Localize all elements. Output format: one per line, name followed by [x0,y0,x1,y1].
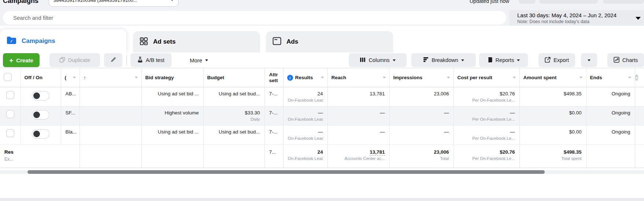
refresh-icon [524,0,530,1]
campaign-toggle[interactable] [32,110,49,120]
export-options-button[interactable] [581,53,597,67]
plus-icon: + [9,57,13,64]
header-name-partial[interactable]: ( [61,68,79,87]
header-ends[interactable]: Ends [586,68,635,87]
more-button[interactable]: More [183,53,215,67]
header-amount-spent[interactable]: Amount spent [519,68,586,87]
toolbar: + Create Duplicate A/B test More [0,52,644,68]
horizontal-scrollbar [0,169,644,175]
row-checkbox[interactable] [6,129,14,137]
updated-status: Updated just now [470,0,509,4]
header-results[interactable]: iResults [283,68,327,87]
info-icon[interactable]: i [287,75,293,81]
cost-per-result-cell: —Per On-Facebook Le... [454,106,519,125]
date-range-note: Note: Does not include today's data [517,19,644,24]
chevron-down-icon [205,59,208,61]
totals-impressions: 23,006Total [389,145,454,168]
ad-sets-grid-icon [140,37,148,47]
bid-strategy-cell: Using ad set bid ... [141,125,203,145]
chevron-down-icon [636,17,641,20]
header-sorted-column[interactable]: ↑ [79,68,141,87]
chevron-down-icon [135,77,138,78]
amount-spent-cell: $498.35 [519,87,586,106]
ends-cell: Ongoing [586,125,635,145]
attribution-cell: 7-... [264,106,283,125]
totals-reach: 13,781Accounts Center ac... [327,145,389,168]
totals-row: Res Ex... 7... 24On-Facebook Leads 13,78… [0,145,644,168]
tab-ads[interactable]: Ads [266,31,393,52]
filter-row: Last 30 days: May 4, 2024 – Jun 2, 2024 … [0,10,644,26]
header-reach[interactable]: Reach [327,68,389,87]
ab-test-button-label: A/B test [146,57,164,63]
ab-test-button[interactable]: A/B test [130,53,171,67]
table-row: Bla... Using ad set bid ... Using ad set… [0,125,644,145]
export-button[interactable]: Export [538,53,575,67]
campaign-name-link[interactable]: Bla... [61,125,79,145]
refresh-button[interactable] [519,0,536,4]
bottom-strip [0,198,644,201]
chevron-down-icon [588,59,591,61]
table-row: AB... Using ad set bid ... Using ad set … [0,87,644,106]
ads-manager-screen: Campaigns 3844359179100348 (384435917910… [0,0,644,201]
table-row: SF... Highest volume $33.30Daily 7-... —… [0,106,644,125]
select-all-header[interactable] [0,68,21,87]
campaign-name-link[interactable]: SF... [61,106,79,125]
totals-attribution: 7... [264,145,283,168]
date-range-value: Last 30 days: May 4, 2024 – Jun 2, 2024 [517,12,644,18]
reach-cell: — [327,106,389,125]
bid-strategy-cell: Using ad set bid ... [141,87,203,106]
create-button[interactable]: + Create [3,53,40,67]
select-all-checkbox[interactable] [4,73,12,81]
header-budget[interactable]: Budget [203,68,264,87]
duplicate-button[interactable]: Duplicate [49,53,100,67]
export-button-label: Export [554,57,569,63]
header-impressions[interactable]: Impressions [389,68,454,87]
row-checkbox[interactable] [6,110,14,118]
add-column-icon[interactable]: + [635,74,639,81]
reach-cell: — [327,125,389,145]
results-cell: —On-Facebook Lead [283,106,327,125]
campaigns-folder-icon [7,36,16,46]
tab-campaigns[interactable]: Campaigns [0,29,126,52]
search-input[interactable] [3,11,506,25]
amount-spent-cell: $0.00 [519,125,586,145]
account-dropdown[interactable]: 3844359179100348 (3844359179100... [49,0,178,7]
breakdown-button[interactable]: Breakdown [411,53,476,67]
scrollbar-thumb[interactable] [27,170,545,174]
chevron-down-icon [447,77,450,78]
amount-spent-cell: $0.00 [519,106,586,125]
totals-amount-spent: $498.35Total spent [519,145,586,168]
reports-button[interactable]: Reports [479,53,528,67]
row-checkbox[interactable] [6,91,14,99]
breakdown-icon [423,57,429,63]
chevron-down-icon [513,77,516,78]
header-bid-strategy[interactable]: Bid strategy [141,68,203,87]
header-add-column[interactable]: + [635,68,644,87]
review-and-publish-button[interactable]: Review and publish [539,0,598,4]
header-cost-per-result[interactable]: Cost per result [454,68,519,87]
chevron-down-icon [321,77,324,78]
page-title: Campaigns [3,0,38,5]
chevron-down-icon [73,77,76,78]
table-header-row: Off / On ( ↑ Bid strategy Budget Attrset… [0,68,644,87]
tab-ad-sets[interactable]: Ad sets [133,31,260,52]
campaign-toggle[interactable] [32,129,49,139]
ends-cell: Ongoing [586,87,635,106]
reach-cell: 13,781 [327,87,389,106]
duplicate-button-label: Duplicate [68,57,90,63]
date-range-picker[interactable]: Last 30 days: May 4, 2024 – Jun 2, 2024 … [509,10,644,26]
overflow-menu-button[interactable]: ... [603,0,644,4]
ends-cell: Ongoing [586,106,635,125]
attribution-cell: 7-... [264,125,283,145]
header-attribution-setting[interactable]: Attrsett [264,68,283,87]
impressions-cell: 23,006 [389,87,454,106]
edit-button[interactable] [104,53,122,67]
bid-strategy-cell: Highest volume [141,106,203,125]
charts-button[interactable]: Charts [607,53,644,67]
impressions-cell: — [389,106,454,125]
campaign-toggle[interactable] [32,91,49,100]
top-bar: Campaigns 3844359179100348 (384435917910… [0,0,644,10]
campaign-name-link[interactable]: AB... [61,87,79,106]
columns-button[interactable]: Columns [349,53,407,67]
chevron-down-icon [517,59,520,61]
